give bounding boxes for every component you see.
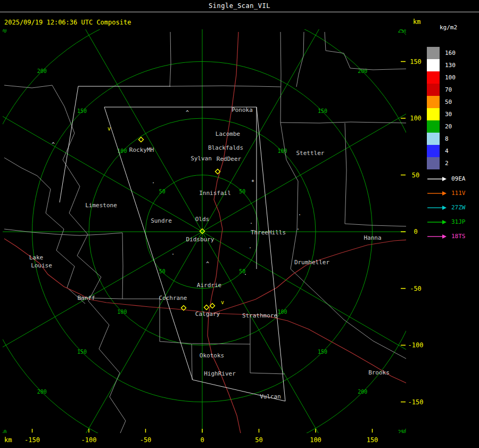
scale-color-swatch — [427, 120, 440, 133]
city-label: Airdrie — [197, 282, 221, 289]
x-axis-tick-label: 100 — [310, 436, 321, 444]
city-label: Louise — [31, 262, 52, 269]
radar-id-label: 111V — [451, 190, 466, 197]
radar-arrow-icon — [427, 176, 447, 182]
point-glyph: * — [251, 179, 254, 185]
city-label: Banff — [77, 295, 95, 302]
city-label: Olds — [195, 216, 210, 223]
county-boundary-line — [250, 344, 285, 374]
range-ring-label: 200 — [37, 68, 47, 74]
county-boundary-line — [170, 32, 171, 86]
range-spoke-line — [3, 83, 202, 232]
city-label: Sylvan — [191, 155, 212, 162]
x-axis-tick-label: 0 — [200, 436, 204, 444]
city-label: Vulcan — [260, 393, 281, 400]
city-label: Limestone — [85, 202, 117, 209]
radar-site-legend: 09EA111V27ZW31JP18TS — [427, 172, 478, 243]
vil-color-scale: 16013010070503020842 — [427, 47, 478, 169]
radar-id-label: 31JP — [451, 218, 466, 225]
range-ring-label: 250 — [398, 29, 406, 34]
y-axis-tick-label: -150 — [406, 398, 425, 406]
range-ring-label: 150 — [318, 108, 327, 114]
radar-id-label: 27ZW — [451, 204, 466, 211]
scale-value-label: 4 — [445, 148, 449, 154]
y-axis-tick-label: 50 — [406, 172, 425, 179]
range-ring-label: 50 — [159, 268, 166, 274]
city-label: Okotoks — [200, 352, 224, 359]
city-label: Calgary — [195, 311, 220, 317]
titlebar-divider — [0, 12, 479, 12]
scale-color-swatch — [427, 157, 440, 169]
city-label: RedDeer — [217, 156, 242, 162]
site-marker-icon — [138, 137, 143, 142]
scale-row: 160 — [427, 47, 478, 59]
scale-row: 20 — [427, 120, 478, 133]
scale-color-swatch — [427, 71, 440, 84]
scale-row: 4 — [427, 145, 478, 157]
x-axis-tick-label: 150 — [367, 436, 378, 444]
range-ring-label: 150 — [318, 349, 327, 355]
radar-arrow-icon — [427, 205, 447, 211]
point-glyph: · — [244, 272, 247, 278]
scale-unit-label: kg/m2 — [440, 24, 478, 31]
range-ring-label: 100 — [278, 148, 287, 154]
point-glyph: · — [298, 212, 301, 218]
radar-legend-row: 111V — [427, 186, 478, 200]
y-axis-tick-label: 100 — [406, 115, 425, 122]
scale-row: 2 — [427, 157, 478, 169]
y-axis-unit: km — [413, 18, 420, 26]
range-ring-label: 150 — [77, 108, 87, 114]
scale-row: 70 — [427, 84, 478, 96]
scale-value-label: 160 — [445, 50, 456, 56]
range-ring-label: 250 — [398, 429, 406, 433]
scale-color-swatch — [427, 133, 440, 145]
county-boundary-line — [345, 224, 406, 226]
y-axis-tick-label: -50 — [406, 285, 425, 292]
county-boundary-line — [170, 86, 280, 87]
county-boundary-line — [325, 32, 406, 70]
scale-row: 8 — [427, 133, 478, 145]
scale-color-swatch — [427, 84, 440, 96]
radar-legend-row: 18TS — [427, 229, 478, 243]
radar-legend-row: 09EA — [427, 172, 478, 186]
city-label: Didsbury — [186, 236, 214, 243]
point-glyph: · — [249, 245, 252, 251]
range-ring-label: 150 — [77, 349, 87, 355]
x-axis-tick-label: -50 — [140, 436, 152, 444]
x-axis-tick-label: -100 — [81, 436, 97, 444]
x-axis-unit: km — [4, 436, 12, 444]
radar-legend-row: 27ZW — [427, 200, 478, 215]
x-axis-tick-label: 50 — [255, 436, 262, 444]
city-label: Cochrane — [159, 295, 187, 302]
range-ring-label: 100 — [117, 309, 127, 315]
range-ring-label: 100 — [278, 309, 287, 315]
city-label: Ponoka — [232, 107, 253, 113]
scale-color-swatch — [427, 47, 440, 59]
scale-color-swatch — [427, 59, 440, 71]
county-boundary-line — [280, 32, 281, 123]
range-spoke-line — [202, 232, 406, 381]
county-boundary-line — [345, 123, 346, 224]
range-ring-label: 50 — [239, 189, 245, 194]
radar-map-canvas[interactable]: 5050505010010010010015015015015020020020… — [3, 29, 406, 433]
side-panel: kg/m2 16013010070503020842 09EA111V27ZW3… — [427, 24, 478, 243]
radar-id-label: 18TS — [451, 233, 466, 240]
scale-row: 50 — [427, 96, 478, 108]
y-axis-tick-label: 150 — [406, 58, 425, 66]
y-axis-tick-label: -100 — [406, 341, 425, 349]
highway-line — [213, 240, 406, 313]
city-label: Stettler — [296, 150, 325, 157]
city-label: Hanna — [364, 234, 381, 241]
city-label: RockyMH — [129, 146, 154, 153]
city-label: Blackfalds — [208, 144, 243, 151]
city-label: Lake — [29, 254, 44, 261]
point-glyph: · — [296, 226, 300, 232]
scale-color-swatch — [427, 145, 440, 157]
county-boundary-line — [280, 122, 406, 123]
site-marker-icon — [204, 305, 209, 309]
city-label: Innisfail — [199, 190, 231, 197]
city-label: HighRiver — [204, 370, 236, 377]
city-label: Strathmore — [242, 312, 277, 319]
city-label: Drumheller — [294, 259, 330, 266]
county-boundary-line — [122, 233, 160, 299]
